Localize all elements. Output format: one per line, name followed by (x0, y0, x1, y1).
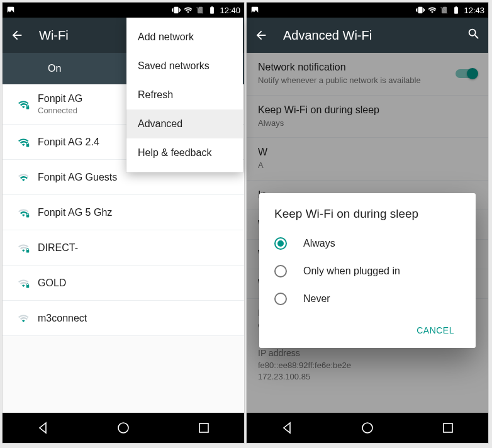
back-button[interactable] (254, 28, 268, 42)
radio-icon (274, 237, 287, 250)
menu-item[interactable]: Help & feedback (126, 138, 243, 167)
wifi-signal-icon (10, 172, 38, 183)
page-title: Advanced Wi-Fi (283, 28, 372, 43)
no-sim-icon (196, 6, 204, 14)
phone-left: 12:40 Wi-Fi On Fonpit AG Connected Fonpi… (3, 3, 244, 443)
wifi-signal-icon (10, 137, 38, 148)
radio-option[interactable]: Always (274, 230, 461, 257)
search-button[interactable] (467, 27, 481, 44)
cancel-button[interactable]: CANCEL (410, 319, 461, 342)
image-icon (250, 6, 259, 14)
dialog-keep-wifi: Keep Wi-Fi on during sleep Always Only w… (259, 193, 476, 348)
phone-right: 12:43 Advanced Wi-Fi Network notificatio… (247, 3, 488, 443)
wifi-network-item[interactable]: Fonpit AG 5 Ghz (3, 195, 244, 230)
menu-item[interactable]: Refresh (126, 81, 243, 109)
page-title: Wi-Fi (39, 28, 69, 43)
wifi-toggle-label: On (48, 63, 61, 74)
no-sim-icon (440, 6, 449, 14)
nav-back-icon[interactable] (35, 420, 50, 435)
radio-option[interactable]: Only when plugged in (274, 257, 461, 285)
nav-bar (247, 413, 488, 443)
back-button[interactable] (10, 28, 24, 42)
svg-point-5 (118, 423, 128, 433)
nav-home-icon[interactable] (116, 420, 131, 435)
status-time: 12:40 (220, 6, 240, 15)
menu-item[interactable]: Saved networks (126, 52, 243, 81)
wifi-item-ssid: GOLD (38, 277, 237, 289)
menu-item[interactable]: Add network (126, 23, 243, 52)
wifi-item-ssid: DIRECT- (38, 242, 237, 254)
wifi-signal-icon (10, 277, 38, 289)
settings-scroll: Network notification Notify whenever a p… (247, 53, 488, 413)
wifi-signal-icon (10, 242, 38, 254)
nav-recent-icon[interactable] (440, 420, 456, 435)
wifi-item-ssid: Fonpit AG Guests (38, 172, 237, 183)
nav-bar (3, 413, 244, 443)
wifi-item-ssid: m3connect (38, 313, 237, 324)
wifi-item-ssid: Fonpit AG 5 Ghz (38, 207, 237, 218)
svg-rect-6 (199, 423, 208, 432)
wifi-network-item[interactable]: m3connect (3, 301, 244, 336)
svg-rect-4 (26, 285, 30, 288)
nav-back-icon[interactable] (279, 420, 294, 435)
svg-rect-3 (26, 250, 30, 253)
battery-icon (208, 6, 216, 14)
svg-rect-0 (26, 106, 30, 109)
vibrate-icon (172, 6, 181, 14)
wifi-signal-icon (10, 207, 38, 218)
nav-home-icon[interactable] (360, 420, 375, 435)
svg-rect-2 (26, 215, 30, 218)
radio-label: Only when plugged in (303, 266, 400, 277)
wifi-network-item[interactable]: DIRECT- (3, 230, 244, 266)
status-bar: 12:43 (247, 3, 488, 18)
wifi-icon (428, 6, 437, 14)
battery-icon (452, 6, 461, 14)
wifi-signal-icon (10, 313, 38, 324)
vibrate-icon (416, 6, 425, 14)
radio-label: Never (303, 293, 330, 305)
radio-icon (274, 265, 287, 277)
dialog-title: Keep Wi-Fi on during sleep (274, 207, 461, 221)
status-bar: 12:40 (3, 3, 244, 18)
svg-rect-1 (26, 144, 30, 147)
nav-recent-icon[interactable] (196, 420, 211, 435)
wifi-signal-icon (10, 99, 38, 110)
radio-icon (274, 293, 287, 305)
radio-label: Always (303, 238, 335, 249)
overflow-menu: Add networkSaved networksRefreshAdvanced… (126, 18, 243, 172)
status-time: 12:43 (464, 6, 484, 15)
svg-point-7 (362, 423, 372, 433)
menu-item[interactable]: Advanced (126, 109, 243, 138)
wifi-network-item[interactable]: GOLD (3, 266, 244, 301)
svg-rect-8 (444, 423, 452, 432)
action-bar: Advanced Wi-Fi (247, 18, 488, 53)
radio-option[interactable]: Never (274, 285, 461, 313)
image-icon (6, 6, 15, 14)
wifi-icon (184, 6, 193, 14)
